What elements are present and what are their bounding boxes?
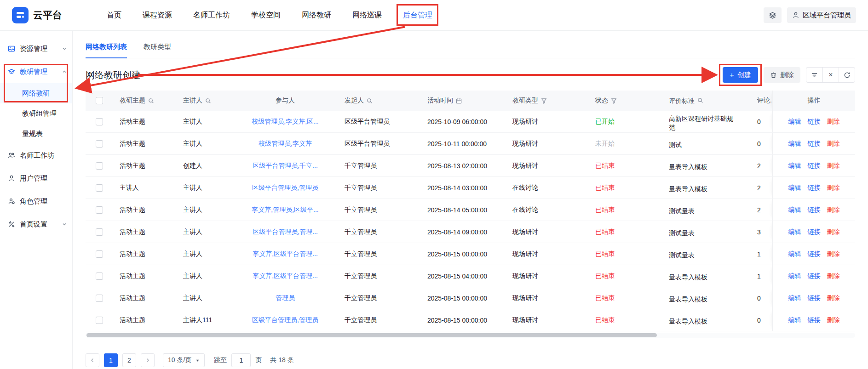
header-right: 区域平台管理员 [764,7,856,23]
horizontal-scrollbar[interactable] [86,333,855,338]
edit-link[interactable]: 编辑 [788,140,801,148]
link-link[interactable]: 链接 [808,272,821,280]
edit-link[interactable]: 编辑 [788,294,801,302]
stack-icon-button[interactable] [764,7,782,23]
cell-participants-link[interactable]: 区级平台管理员,千立... [253,162,318,170]
table-row: 活动主题 主讲人 区级平台管理员,管理... 千立管理员 2025-08-14 … [86,221,855,243]
delete-link[interactable]: 删除 [827,250,840,258]
cell-participants-link[interactable]: 区级平台管理员,管理员 [252,316,318,324]
link-link[interactable]: 链接 [808,184,821,192]
cell-participants-link[interactable]: 李义芹,管理员,区级平... [252,206,318,214]
search-icon[interactable] [205,98,211,104]
nav-item-admin[interactable]: 后台管理 [403,11,432,20]
cell-participants-link[interactable]: 校级管理员,李义芹,区... [252,118,318,126]
link-link[interactable]: 链接 [808,250,821,258]
filter-lines-icon[interactable] [806,68,822,82]
edit-link[interactable]: 编辑 [788,162,801,170]
cell-participants-link[interactable]: 管理员 [276,294,295,302]
edit-link[interactable]: 编辑 [788,206,801,214]
delete-link[interactable]: 删除 [827,118,840,126]
delete-button[interactable]: 删除 [764,67,800,83]
link-link[interactable]: 链接 [808,228,821,236]
sidebar-item-research-management[interactable]: 教研管理 [0,60,72,83]
row-checkbox[interactable] [96,250,103,258]
cell-participants-link[interactable]: 校级管理员,李义芹 [259,140,312,148]
filter-icon[interactable] [541,98,547,104]
delete-link[interactable]: 删除 [827,228,840,236]
sidebar-item-user-management[interactable]: 用户管理 [0,167,72,190]
sidebar-item-rubric[interactable]: 量规表 [0,124,72,144]
link-link[interactable]: 链接 [808,206,821,214]
link-link[interactable]: 链接 [808,140,821,148]
sidebar-item-teacher-workshop[interactable]: 名师工作坊 [0,144,72,167]
row-checkbox[interactable] [96,140,103,148]
nav-item-school-space[interactable]: 学校空间 [251,11,281,20]
delete-link[interactable]: 删除 [827,272,840,280]
link-link[interactable]: 链接 [808,316,821,324]
tab-research-list[interactable]: 网络教研列表 [86,43,127,58]
table-row: 活动主题 主讲人 李义芹,区级平台管理... 千立管理员 2025-08-15 … [86,265,855,287]
edit-link[interactable]: 编辑 [788,184,801,192]
row-checkbox[interactable] [96,184,103,192]
delete-link[interactable]: 删除 [827,140,840,148]
row-checkbox[interactable] [96,317,103,324]
filter-icon[interactable] [611,98,617,104]
prev-page-button[interactable] [86,353,99,367]
row-checkbox[interactable] [96,118,103,125]
page-button-2[interactable]: 2 [122,353,136,367]
tab-research-type[interactable]: 教研类型 [144,43,171,58]
page-size-select[interactable]: 10 条/页 [163,353,205,367]
next-page-button[interactable] [141,353,155,367]
sidebar-item-network-research[interactable]: 网络教研 [0,83,72,103]
edit-link[interactable]: 编辑 [788,272,801,280]
page-button-1[interactable]: 1 [104,353,118,367]
edit-link[interactable]: 编辑 [788,228,801,236]
row-checkbox[interactable] [96,228,103,236]
link-link[interactable]: 链接 [808,162,821,170]
nav-item-home[interactable]: 首页 [107,11,121,20]
search-icon[interactable] [697,97,703,103]
cell-speaker: 主讲人 [177,250,232,258]
nav-item-teacher-workshop[interactable]: 名师工作坊 [193,11,230,20]
calendar-icon[interactable] [456,98,462,104]
column-header: 发起人 [345,97,364,105]
sidebar-item-resource-management[interactable]: 资源管理 [0,37,72,60]
search-icon[interactable] [148,98,154,104]
row-checkbox[interactable] [96,295,103,302]
delete-link[interactable]: 删除 [827,316,840,324]
cell-participants-link[interactable]: 李义芹,区级平台管理... [253,272,318,280]
delete-link[interactable]: 删除 [827,184,840,192]
cell-activity-time: 2025-08-14 05:00:00 [421,206,506,214]
sidebar-item-role-management[interactable]: 角色管理 [0,190,72,213]
scrollbar-thumb[interactable] [86,333,657,337]
edit-link[interactable]: 编辑 [788,250,801,258]
cell-participants-link[interactable]: 区级平台管理员,管理员 [252,184,318,192]
jump-page-input[interactable] [231,353,251,367]
delete-link[interactable]: 删除 [827,206,840,214]
link-link[interactable]: 链接 [808,118,821,126]
nav-item-network-inspection[interactable]: 网络巡课 [352,11,382,20]
user-menu-button[interactable]: 区域平台管理员 [787,7,856,23]
cell-participants-link[interactable]: 李义芹,区级平台管理... [253,250,318,258]
delete-link[interactable]: 删除 [827,294,840,302]
cell-comments: 0 [751,317,772,324]
nav-item-course-resources[interactable]: 课程资源 [143,11,172,20]
link-link[interactable]: 链接 [808,294,821,302]
sidebar-item-homepage-settings[interactable]: 首页设置 [0,213,72,236]
row-checkbox[interactable] [96,206,103,214]
create-button[interactable]: + 创建 [723,67,758,83]
sidebar-item-research-group[interactable]: 教研组管理 [0,103,72,124]
table-row: 活动主题 创建人 区级平台管理员,千立... 千立管理员 2025-08-13 … [86,155,855,177]
row-checkbox[interactable] [96,162,103,170]
select-all-checkbox[interactable] [96,97,103,104]
refresh-icon[interactable] [839,68,855,82]
delete-link[interactable]: 删除 [827,162,840,170]
edit-link[interactable]: 编辑 [788,118,801,126]
edit-link[interactable]: 编辑 [788,316,801,324]
nav-item-network-research[interactable]: 网络教研 [302,11,331,20]
row-checkbox[interactable] [96,272,103,280]
cell-research-type: 现场研讨 [506,250,589,258]
close-icon[interactable]: × [822,68,839,82]
search-icon[interactable] [367,98,373,104]
cell-participants-link[interactable]: 区级平台管理员,管理... [253,228,318,236]
